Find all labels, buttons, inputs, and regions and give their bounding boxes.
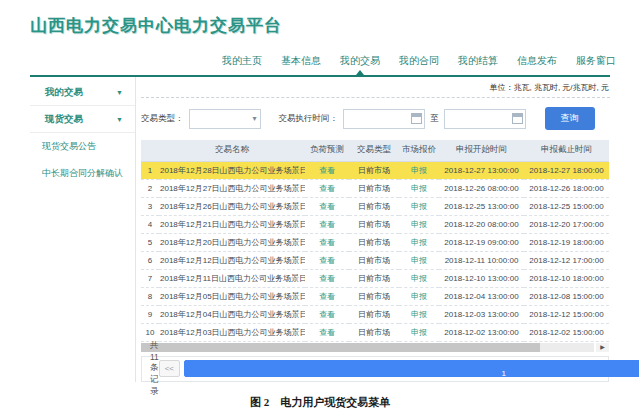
trade-type: 日前市场 (349, 233, 399, 251)
declare-start-time: 2018-12-26 08:00:00 (439, 179, 524, 197)
trade-name: 2018年12月20日山西电力公司业务场景日前交易 (159, 233, 305, 251)
market-quote-link[interactable]: 申报 (399, 233, 439, 251)
nav-item[interactable]: 信息发布 (515, 51, 559, 75)
nav-item[interactable]: 我的合同 (397, 51, 441, 75)
nav-item[interactable]: 我的主页 (220, 51, 264, 75)
nav-item-label: 我的主页 (222, 55, 262, 66)
load-forecast-link[interactable]: 查看 (305, 161, 349, 179)
load-forecast-link[interactable]: 查看 (305, 197, 349, 215)
prev-page-button[interactable]: << (159, 360, 180, 377)
search-button[interactable]: 查询 (545, 107, 595, 130)
nav-item-label: 服务窗口 (576, 55, 616, 66)
date-from-input[interactable] (343, 109, 425, 129)
main-content: 单位：兆瓦, 兆瓦时, 元/兆瓦时, 元 交易类型： ▾ 交易执行时间： 至 (136, 77, 610, 382)
table-row[interactable]: 5 2018年12月20日山西电力公司业务场景日前交易 查看 日前市场 申报 2… (141, 233, 609, 251)
scroll-right-icon[interactable]: ▶ (596, 343, 609, 352)
calendar-icon[interactable] (512, 113, 523, 124)
trade-type: 日前市场 (349, 269, 399, 287)
declare-end-time: 2018-12-10 18:00:00 (524, 269, 609, 287)
scrollbar-thumb[interactable] (141, 343, 540, 352)
market-quote-link[interactable]: 申报 (399, 251, 439, 269)
market-quote-link[interactable]: 申报 (399, 269, 439, 287)
table-row[interactable]: 7 2018年12月11日山西电力公司业务场景日前交易 查看 日前市场 申报 2… (141, 269, 609, 287)
record-count: 共 11 条记录 (150, 340, 159, 398)
units-note: 单位：兆瓦, 兆瓦时, 元/兆瓦时, 元 (141, 77, 610, 97)
market-quote-link[interactable]: 申报 (399, 323, 439, 341)
sidebar-group-spot-trading[interactable]: 现货交易 ▼ (30, 106, 135, 133)
market-quote-link[interactable]: 申报 (399, 197, 439, 215)
declare-start-time: 2018-12-11 10:00:00 (439, 251, 524, 269)
nav-item[interactable]: 我的结算 (456, 51, 500, 75)
table-row[interactable]: 6 2018年12月12日山西电力公司业务场景日前交易 查看 日前市场 申报 2… (141, 251, 609, 269)
calendar-icon[interactable] (411, 113, 422, 124)
date-to-input[interactable] (444, 109, 526, 129)
nav-item[interactable]: 服务窗口 (574, 51, 618, 75)
load-forecast-link[interactable]: 查看 (305, 233, 349, 251)
sidebar-group-label: 现货交易 (45, 113, 83, 126)
table-row[interactable]: 4 2018年12月21日山西电力公司业务场景日前交易 查看 日前市场 申报 2… (141, 215, 609, 233)
page: 山西电力交易中心电力交易平台 我的主页 基本信息 我的交易 我的合同 我的结算 … (0, 0, 639, 409)
table-row[interactable]: 8 2018年12月05日山西电力公司业务场景日前交易 查看 日前市场 申报 2… (141, 287, 609, 305)
market-quote-link[interactable]: 申报 (399, 161, 439, 179)
nav-item[interactable]: 基本信息 (279, 51, 323, 75)
col-load-forecast: 负荷预测 (305, 140, 349, 161)
market-quote-link[interactable]: 申报 (399, 215, 439, 233)
declare-start-time: 2018-12-25 13:00:00 (439, 197, 524, 215)
load-forecast-link[interactable]: 查看 (305, 269, 349, 287)
trade-type: 日前市场 (349, 305, 399, 323)
trade-type-select[interactable]: ▾ (189, 109, 261, 129)
nav-item[interactable]: 我的交易 (338, 51, 382, 75)
page-button[interactable]: 1 (184, 360, 639, 377)
trade-name: 2018年12月04日山西电力公司业务场景日前交易 (159, 305, 305, 323)
sidebar-sub-list: 现货交易公告中长期合同分解确认 (30, 133, 135, 187)
market-quote-link[interactable]: 申报 (399, 305, 439, 323)
pagination: << 12 >> 跳至 页 (159, 357, 639, 381)
sidebar-group-my-trading[interactable]: 我的交易 ▼ (30, 79, 135, 106)
load-forecast-link[interactable]: 查看 (305, 323, 349, 341)
trade-type-label: 交易类型： (141, 113, 184, 125)
load-forecast-link[interactable]: 查看 (305, 287, 349, 305)
row-number: 3 (141, 197, 159, 215)
table-row[interactable]: 1 2018年12月28日山西电力公司业务场景日前交易 查看 日前市场 申报 2… (141, 161, 609, 179)
app-body: 我的交易 ▼ 现货交易 ▼ 现货交易公告中长期合同分解确认 单位：兆瓦, 兆瓦时… (30, 77, 610, 382)
load-forecast-link[interactable]: 查看 (305, 305, 349, 323)
trade-name: 2018年12月28日山西电力公司业务场景日前交易 (159, 161, 305, 179)
divider (141, 97, 610, 98)
trade-type: 日前市场 (349, 215, 399, 233)
sidebar-item[interactable]: 中长期合同分解确认 (30, 160, 135, 187)
table-row[interactable]: 2 2018年12月27日山西电力公司业务场景日前交易 查看 日前市场 申报 2… (141, 179, 609, 197)
nav-items: 我的主页 基本信息 我的交易 我的合同 我的结算 信息发布 服务窗口 (220, 51, 610, 75)
table-row[interactable]: 3 2018年12月26日山西电力公司业务场景日前交易 查看 日前市场 申报 2… (141, 197, 609, 215)
row-number: 8 (141, 287, 159, 305)
row-number: 10 (141, 323, 159, 341)
horizontal-scrollbar[interactable]: ▶ (141, 343, 609, 352)
trade-name: 2018年12月05日山西电力公司业务场景日前交易 (159, 287, 305, 305)
trade-type: 日前市场 (349, 197, 399, 215)
load-forecast-link[interactable]: 查看 (305, 251, 349, 269)
page-buttons: 12 (184, 360, 639, 377)
load-forecast-link[interactable]: 查看 (305, 179, 349, 197)
filter-bar: 交易类型： ▾ 交易执行时间： 至 查询 (141, 107, 610, 130)
table-row[interactable]: 9 2018年12月04日山西电力公司业务场景日前交易 查看 日前市场 申报 2… (141, 305, 609, 323)
declare-end-time: 2018-12-27 18:00:00 (524, 161, 609, 179)
trade-table: 交易名称 负荷预测 交易类型 市场报价 申报开始时间 申报截止时间 1 2018… (141, 140, 609, 342)
sidebar-item[interactable]: 现货交易公告 (30, 133, 135, 160)
declare-end-time: 2018-12-19 18:00:00 (524, 233, 609, 251)
declare-end-time: 2018-12-08 15:00:00 (524, 287, 609, 305)
scrollbar-track[interactable] (141, 343, 594, 352)
to-label: 至 (430, 113, 439, 125)
table-row[interactable]: 10 2018年12月03日山西电力公司业务场景日前交易 查看 日前市场 申报 … (141, 323, 609, 341)
market-quote-link[interactable]: 申报 (399, 287, 439, 305)
declare-start-time: 2018-12-04 13:00:00 (439, 287, 524, 305)
table-header-row: 交易名称 负荷预测 交易类型 市场报价 申报开始时间 申报截止时间 (141, 140, 609, 161)
chevron-down-icon: ▾ (252, 114, 256, 123)
market-quote-link[interactable]: 申报 (399, 179, 439, 197)
load-forecast-link[interactable]: 查看 (305, 215, 349, 233)
sidebar-group-label: 我的交易 (45, 86, 83, 99)
row-number: 5 (141, 233, 159, 251)
trade-type: 日前市场 (349, 251, 399, 269)
trade-name: 2018年12月12日山西电力公司业务场景日前交易 (159, 251, 305, 269)
figure-caption: 图 2 电力用户现货交易菜单 (30, 395, 610, 409)
row-number: 9 (141, 305, 159, 323)
trade-type: 日前市场 (349, 179, 399, 197)
